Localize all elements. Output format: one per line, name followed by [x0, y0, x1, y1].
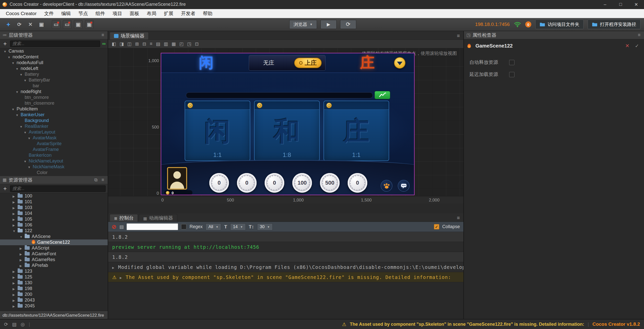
toolbar-icon[interactable]: ⟳	[15, 20, 24, 29]
asset-tree-row[interactable]: ▶2045	[0, 303, 108, 309]
link-icon[interactable]: ∞	[102, 41, 106, 47]
menu-item[interactable]: 节点	[75, 9, 92, 18]
scene-tool-icon[interactable]: ◫	[127, 41, 132, 47]
console-tab[interactable]: ≣ 控制台	[110, 214, 138, 222]
menu-item[interactable]: 帮助	[199, 9, 216, 18]
chat-button[interactable]	[398, 180, 410, 192]
close-icon[interactable]: ✕	[624, 43, 631, 49]
expand-arrow-icon[interactable]: ▼	[24, 78, 29, 84]
expand-arrow-icon[interactable]: ▶	[13, 304, 18, 309]
apply-check-icon[interactable]: ✓	[633, 43, 640, 49]
asset-tree-row[interactable]: ▶2043	[0, 297, 108, 303]
bet-chip[interactable]: 0	[209, 173, 229, 193]
scene-tool-icon[interactable]: ◨	[119, 41, 124, 47]
hierarchy-tree-row[interactable]: btn_onmore	[0, 95, 108, 100]
expand-arrow-icon[interactable]: ▶	[13, 269, 18, 275]
refresh-button[interactable]: ⟳	[340, 20, 356, 29]
asset-tree-row[interactable]: ▶AGameRes	[0, 257, 108, 263]
add-node-button[interactable]: +	[2, 40, 8, 47]
console-tab[interactable]: ▦ 动画编辑器	[139, 214, 177, 222]
console-log-row[interactable]: ⚠▶The Asset used by component "sp.Skelet…	[108, 272, 463, 282]
player-avatar[interactable]	[167, 167, 187, 190]
game-scene-stage[interactable]: 闲 无庄 上庄 庄 闲	[161, 53, 415, 195]
expand-arrow-icon[interactable]: ▼	[13, 228, 18, 234]
console-log-row[interactable]: ⚠▶preview server running at http://local…	[108, 242, 463, 252]
property-checkbox[interactable]	[509, 60, 514, 65]
status-warning-text[interactable]: The Asset used by component "sp.Skeleton…	[350, 322, 584, 327]
expand-arrow-icon[interactable]: ▶	[13, 223, 18, 228]
expand-arrow-icon[interactable]: ▶	[13, 275, 18, 280]
expand-arrow-icon[interactable]: ▼	[24, 130, 29, 136]
bet-chip[interactable]: 0	[265, 173, 284, 193]
panel-menu-icon[interactable]: ≡	[457, 33, 460, 39]
expand-arrow-icon[interactable]: ▼	[20, 72, 25, 78]
capture-toolbar-icon[interactable]: ▭	[63, 20, 71, 29]
scene-tool-icon[interactable]: ⊟	[142, 41, 146, 47]
hierarchy-tree-row[interactable]: AvatarFrame	[0, 147, 108, 152]
expand-arrow-icon[interactable]: ▼	[28, 136, 33, 141]
toolbar-icon[interactable]: ▣	[37, 20, 46, 29]
expand-arrow-icon[interactable]: ▶	[13, 292, 18, 298]
expand-arrow-icon[interactable]: ▼	[24, 159, 29, 164]
assets-search-input[interactable]	[10, 185, 106, 192]
become-banker-button[interactable]: 上庄	[294, 58, 322, 68]
expand-arrow-icon[interactable]: ▶	[112, 266, 114, 270]
asset-tree-row[interactable]: ▶100	[0, 193, 108, 199]
expand-arrow-icon[interactable]: ▼	[12, 60, 17, 66]
expand-arrow-icon[interactable]: ▶	[13, 211, 18, 217]
scene-tool-icon[interactable]: ≡	[150, 41, 152, 47]
asset-tree-row[interactable]: ▶130	[0, 280, 108, 286]
trend-button[interactable]	[375, 91, 390, 99]
toolbar-icon[interactable]: +	[4, 20, 13, 29]
hierarchy-tree-row[interactable]: Color	[0, 170, 108, 176]
hierarchy-tree-row[interactable]: ▼RealBanker	[0, 124, 108, 129]
asset-tree-row[interactable]: ▶123	[0, 268, 108, 274]
hierarchy-tree-row[interactable]: ▼PublicItem	[0, 106, 108, 112]
bet-chip[interactable]: 100	[292, 173, 312, 193]
console-filter-input[interactable]	[127, 223, 178, 230]
hierarchy-tree-row[interactable]: ▼AvatarLayout	[0, 129, 108, 135]
hierarchy-tree-row[interactable]: ▼nodeContent	[0, 54, 108, 60]
hierarchy-tree-row[interactable]: ▼Canvas	[0, 48, 108, 54]
asset-tree-row[interactable]: ▶101	[0, 199, 108, 205]
asset-tree-row[interactable]: ▶104	[0, 211, 108, 216]
menu-item[interactable]: Cocos Creator	[2, 9, 41, 18]
hierarchy-search-input[interactable]	[10, 40, 100, 47]
collapse-chevron-button[interactable]	[394, 57, 406, 69]
expand-arrow-icon[interactable]: ▼	[28, 164, 33, 170]
menu-item[interactable]: 开发者	[177, 9, 199, 18]
hierarchy-tree-row[interactable]: ▼BatteryBar	[0, 77, 108, 83]
expand-arrow-icon[interactable]: ▼	[20, 124, 25, 130]
expand-arrow-icon[interactable]: ▼	[8, 55, 13, 60]
hierarchy-tree-row[interactable]: BankerIcon	[0, 152, 108, 158]
capture-toolbar-icon[interactable]: ▣	[85, 20, 94, 29]
scene-tool-icon[interactable]: ⊞	[135, 41, 139, 47]
log-type-dropdown[interactable]: All▼	[206, 223, 221, 230]
expand-arrow-icon[interactable]: ▼	[20, 234, 25, 240]
hierarchy-tree-row[interactable]: ▼BankerUser	[0, 112, 108, 118]
capture-toolbar-icon[interactable]: ▭	[52, 20, 60, 29]
collapse-checkbox[interactable]: ✓	[434, 224, 439, 229]
asset-tree-row[interactable]: ▶200	[0, 292, 108, 297]
status-bar-icon[interactable]: ◎	[21, 321, 25, 327]
scene-tool-icon[interactable]: ◰	[179, 41, 184, 47]
asset-tree-row[interactable]: ▶125	[0, 274, 108, 280]
expand-arrow-icon[interactable]: ▶	[13, 194, 18, 199]
bet-chip[interactable]: 0	[348, 173, 367, 193]
panel-menu-icon[interactable]: ≡	[457, 215, 460, 221]
panel-menu-icon[interactable]: ≡	[100, 177, 105, 183]
expand-arrow-icon[interactable]: ▼	[4, 49, 9, 55]
console-log-row[interactable]: ⚠▶Modified global variable while loading…	[108, 262, 463, 272]
scene-canvas[interactable]: 使用鼠标右键平移视窗焦点，使用滚轮缩放视图 1,0005000 闲 无庄 上庄 …	[108, 48, 463, 196]
asset-tree-row[interactable]: ▶106	[0, 222, 108, 228]
expand-arrow-icon[interactable]: ▶	[20, 263, 25, 269]
asset-tree-row[interactable]: ▶AGameFont	[0, 251, 108, 257]
console-log-row[interactable]: ⚠▶1.8.2	[108, 252, 463, 262]
expand-arrow-icon[interactable]: ▼	[16, 66, 21, 72]
expand-arrow-icon[interactable]: ▶	[20, 246, 25, 252]
hierarchy-tree-row[interactable]: ▼nodeLeft	[0, 66, 108, 71]
capture-toolbar-icon[interactable]: ▣	[74, 20, 83, 29]
expand-arrow-icon[interactable]: ▼	[16, 112, 21, 118]
bet-area[interactable]: 庄 1:1	[324, 101, 389, 161]
toolbar-icon[interactable]: ✕	[26, 20, 35, 29]
